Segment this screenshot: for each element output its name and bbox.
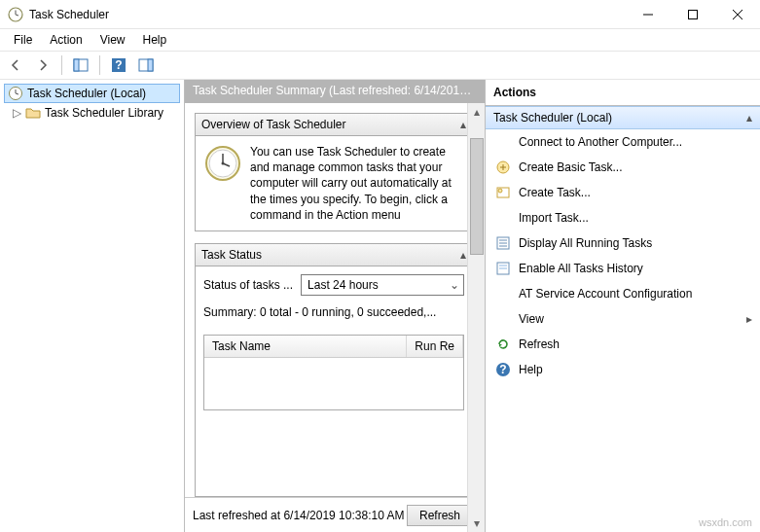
col-task-name[interactable]: Task Name: [204, 336, 407, 357]
folder-icon: [25, 105, 41, 121]
combo-value: Last 24 hours: [308, 278, 379, 292]
svg-point-20: [222, 162, 225, 165]
overview-panel-header[interactable]: Overview of Task Scheduler ▴: [196, 114, 472, 136]
task-table: Task Name Run Re: [203, 335, 464, 410]
action-label: Connect to Another Computer...: [519, 135, 752, 149]
help-button[interactable]: ?: [107, 53, 130, 77]
action-label: AT Service Account Configuration: [519, 287, 752, 301]
menu-view[interactable]: View: [92, 31, 133, 49]
toolbar: ?: [0, 51, 760, 80]
col-run-result[interactable]: Run Re: [407, 336, 463, 357]
task-status-panel: Task Status ▴ Status of tasks ... Last 2…: [195, 243, 473, 497]
title-bar: Task Scheduler: [0, 0, 760, 29]
collapse-icon: ▴: [746, 111, 752, 124]
overview-panel: Overview of Task Scheduler ▴ You can use…: [195, 113, 473, 231]
action-connect[interactable]: Connect to Another Computer...: [486, 129, 760, 155]
overview-text: You can use Task Scheduler to create and…: [250, 144, 464, 223]
action-label: Create Task...: [519, 186, 752, 199]
action-display-running[interactable]: Display All Running Tasks: [486, 231, 760, 256]
task-status-header[interactable]: Task Status ▴: [196, 244, 472, 266]
overview-title: Overview of Task Scheduler: [201, 118, 346, 131]
action-help[interactable]: ? Help: [486, 357, 760, 382]
last-refreshed-text: Last refreshed at 6/14/2019 10:38:10 AM: [193, 509, 405, 522]
tree-child[interactable]: ▷ Task Scheduler Library: [4, 103, 180, 123]
tree-pane: Task Scheduler (Local) ▷ Task Scheduler …: [0, 80, 185, 532]
center-header: Task Scheduler Summary (Last refreshed: …: [185, 80, 485, 103]
show-hide-tree-button[interactable]: [69, 53, 92, 77]
wizard-icon: [495, 160, 511, 175]
chevron-down-icon: ⌄: [450, 278, 459, 292]
action-label: Create Basic Task...: [519, 160, 752, 174]
svg-rect-30: [499, 267, 507, 269]
action-create-basic-task[interactable]: Create Basic Task...: [486, 155, 760, 180]
scroll-thumb[interactable]: [470, 138, 484, 255]
actions-pane: Actions Task Scheduler (Local) ▴ Connect…: [485, 80, 760, 532]
svg-rect-4: [689, 10, 698, 18]
blank-icon: [495, 286, 511, 301]
status-summary: Summary: 0 total - 0 running, 0 succeede…: [203, 305, 464, 319]
chevron-right-icon: ▸: [746, 312, 752, 326]
scroll-up-icon[interactable]: ▴: [468, 103, 485, 121]
svg-rect-12: [148, 59, 153, 71]
maximize-button[interactable]: [670, 0, 715, 29]
toolbar-separator: [99, 55, 100, 75]
minimize-button[interactable]: [626, 0, 670, 29]
close-button[interactable]: [715, 0, 760, 29]
action-at-service[interactable]: AT Service Account Configuration: [486, 281, 760, 306]
tree-root-label: Task Scheduler (Local): [27, 87, 146, 100]
show-hide-action-button[interactable]: [134, 53, 158, 77]
blank-icon: [495, 311, 511, 327]
blank-icon: [495, 134, 511, 150]
svg-point-23: [498, 189, 502, 193]
action-view[interactable]: View ▸: [486, 306, 760, 332]
table-header: Task Name Run Re: [204, 336, 463, 358]
center-pane: Task Scheduler Summary (Last refreshed: …: [185, 80, 485, 532]
actions-group-header[interactable]: Task Scheduler (Local) ▴: [486, 106, 760, 129]
menu-file[interactable]: File: [6, 31, 40, 49]
action-enable-history[interactable]: Enable All Tasks History: [486, 256, 760, 281]
center-footer: Last refreshed at 6/14/2019 10:38:10 AM …: [185, 497, 481, 532]
action-import-task[interactable]: Import Task...: [486, 205, 760, 231]
expand-icon[interactable]: ▷: [12, 106, 21, 120]
actions-title: Actions: [486, 80, 760, 106]
task-icon: [495, 185, 511, 200]
menu-help[interactable]: Help: [135, 31, 175, 49]
vertical-scrollbar[interactable]: ▴ ▾: [467, 103, 485, 532]
status-range-combo[interactable]: Last 24 hours ⌄: [301, 274, 464, 296]
clock-large-icon: [203, 144, 242, 183]
list-icon: [495, 235, 511, 251]
menu-action[interactable]: Action: [42, 31, 90, 49]
svg-rect-8: [74, 59, 79, 71]
app-icon: [8, 7, 23, 22]
collapse-icon: ▴: [460, 248, 466, 262]
forward-button[interactable]: [31, 53, 54, 77]
collapse-icon: ▴: [460, 118, 466, 131]
toolbar-separator: [61, 55, 62, 75]
status-label: Status of tasks ...: [203, 278, 293, 292]
refresh-icon: [495, 337, 511, 352]
back-button[interactable]: [4, 53, 27, 77]
action-label: Display All Running Tasks: [519, 236, 752, 250]
action-create-task[interactable]: Create Task...: [486, 180, 760, 205]
svg-rect-29: [499, 265, 507, 266]
history-icon: [495, 261, 511, 276]
actions-group-label: Task Scheduler (Local): [493, 111, 612, 124]
action-refresh[interactable]: Refresh: [486, 332, 760, 357]
task-status-title: Task Status: [201, 248, 262, 262]
window-title: Task Scheduler: [29, 8, 626, 21]
scroll-down-icon[interactable]: ▾: [468, 514, 485, 532]
svg-text:?: ?: [499, 363, 506, 376]
action-label: Refresh: [519, 337, 752, 351]
blank-icon: [495, 210, 511, 226]
action-label: Import Task...: [519, 211, 752, 225]
help-icon: ?: [495, 362, 511, 377]
main-area: Task Scheduler (Local) ▷ Task Scheduler …: [0, 80, 760, 532]
tree-root[interactable]: Task Scheduler (Local): [4, 84, 180, 103]
menu-bar: File Action View Help: [0, 29, 760, 51]
action-label: Help: [519, 363, 752, 376]
svg-text:?: ?: [115, 58, 122, 72]
watermark: wsxdn.com: [699, 516, 752, 528]
tree-child-label: Task Scheduler Library: [45, 106, 163, 120]
action-label: Enable All Tasks History: [519, 262, 752, 275]
refresh-button[interactable]: Refresh: [407, 505, 473, 526]
